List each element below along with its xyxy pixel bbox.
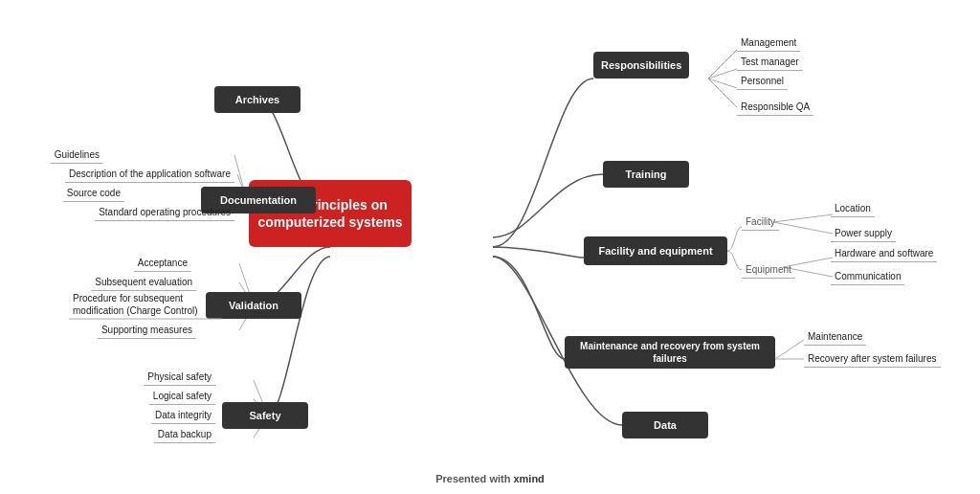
validation-label: Validation (229, 299, 278, 312)
facility-sub-label: Facility (742, 213, 779, 231)
leaf-description: Description of the application software (65, 166, 234, 183)
leaf-location: Location (831, 200, 875, 217)
leaf-recovery: Recovery after system failures (804, 350, 941, 368)
svg-line-4 (775, 340, 804, 359)
leaf-test-manager: Test manager (737, 54, 803, 71)
leaf-data-backup: Data backup (154, 426, 215, 443)
leaf-guidelines: Guidelines (51, 146, 103, 164)
leaf-personnel: Personnel (737, 73, 788, 90)
leaf-subsequent-eval: Subsequent evaluation (91, 274, 196, 291)
facility-node: Facility and equipment (584, 236, 727, 265)
svg-line-6 (773, 214, 833, 222)
maintenance-label: Maintenance and recovery from system fai… (572, 340, 768, 365)
safety-node: Safety (222, 402, 308, 429)
leaf-communication: Communication (831, 268, 904, 285)
leaf-supporting: Supporting measures (98, 322, 196, 339)
leaf-responsible-qa: Responsible QA (737, 99, 813, 116)
data-label: Data (654, 418, 677, 432)
responsibilities-node: Responsibilities (593, 52, 689, 79)
data-node: Data (622, 412, 708, 438)
archives-node: Archives (214, 86, 301, 113)
safety-label: Safety (249, 409, 280, 422)
responsibilities-label: Responsibilities (601, 58, 681, 72)
leaf-physical-safety: Physical safety (144, 369, 215, 386)
leaf-standard-op: Standard operating procedures (95, 204, 234, 221)
leaf-maintenance: Maintenance (804, 328, 866, 346)
maintenance-node: Maintenance and recovery from system fai… (565, 336, 775, 369)
footer-text: Presented with (435, 473, 513, 484)
footer-brand: xmind (513, 473, 544, 484)
facility-label: Facility and equipment (598, 244, 712, 258)
footer: Presented with xmind (0, 473, 980, 484)
archives-label: Archives (235, 93, 279, 106)
leaf-hardware-software: Hardware and software (831, 245, 937, 262)
training-node: Training (603, 161, 689, 188)
leaf-data-integrity: Data integrity (151, 407, 215, 424)
equipment-sub-label: Equipment (742, 261, 795, 279)
leaf-management: Management (737, 34, 800, 52)
training-label: Training (626, 168, 667, 181)
leaf-power-supply: Power supply (831, 225, 896, 242)
leaf-logical-safety: Logical safety (149, 388, 215, 405)
leaf-charge-control: Procedure for subsequent modification (C… (69, 290, 222, 320)
leaf-source-code: Source code (63, 185, 124, 202)
leaf-acceptance: Acceptance (134, 255, 191, 272)
svg-line-7 (773, 222, 833, 234)
